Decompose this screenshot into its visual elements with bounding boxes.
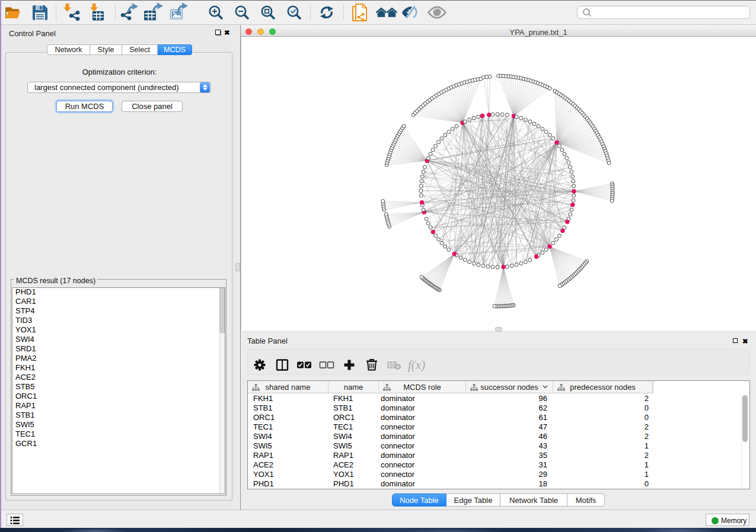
svg-text:f(x): f(x) — [408, 358, 425, 372]
